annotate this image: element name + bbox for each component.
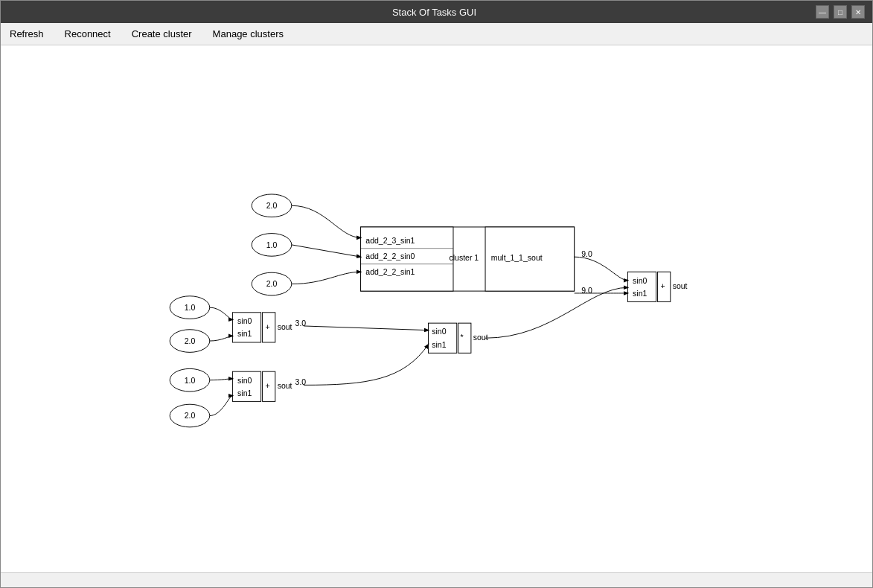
svg-text:sout: sout [278, 322, 292, 331]
svg-text:sin1: sin1 [432, 340, 446, 349]
svg-text:sin0: sin0 [237, 316, 252, 325]
menu-bar: Refresh Reconnect Create cluster Manage … [1, 23, 872, 45]
menu-create-cluster[interactable]: Create cluster [129, 27, 195, 41]
status-bar [1, 572, 872, 587]
output-9-0-top: 9.0 [581, 249, 592, 258]
diagram-svg: add_2_3_sin1 add_2_2_sin0 add_2_2_sin1 c… [1, 45, 872, 572]
svg-text:sin0: sin0 [237, 376, 252, 385]
svg-text:add_2_2_sin0: add_2_2_sin0 [365, 252, 415, 261]
svg-text:sout: sout [473, 333, 488, 342]
minimize-button[interactable]: — [816, 5, 829, 19]
menu-refresh[interactable]: Refresh [7, 27, 47, 41]
svg-text:sin1: sin1 [237, 389, 252, 397]
maximize-button[interactable]: □ [834, 5, 847, 19]
svg-text:cluster 1: cluster 1 [449, 253, 479, 262]
menu-manage-clusters[interactable]: Manage clusters [210, 27, 287, 41]
svg-text:sout: sout [673, 281, 688, 290]
svg-text:+: + [265, 322, 269, 331]
svg-text:1.0: 1.0 [185, 303, 196, 312]
svg-text:1.0: 1.0 [266, 240, 278, 249]
svg-text:add_2_3_sin1: add_2_3_sin1 [365, 236, 415, 245]
svg-text:mult_1_1_sout: mult_1_1_sout [491, 253, 543, 262]
menu-reconnect[interactable]: Reconnect [62, 27, 114, 41]
svg-text:sin1: sin1 [237, 329, 252, 338]
title-bar: Stack Of Tasks GUI — □ ✕ [1, 1, 872, 23]
svg-text:1.0: 1.0 [185, 376, 196, 385]
svg-text:*: * [461, 333, 464, 342]
main-window: Stack Of Tasks GUI — □ ✕ Refresh Reconne… [0, 0, 873, 588]
svg-text:2.0: 2.0 [266, 279, 278, 288]
window-title: Stack Of Tasks GUI [53, 7, 816, 18]
close-button[interactable]: ✕ [851, 5, 865, 19]
svg-text:sin0: sin0 [432, 327, 446, 336]
svg-text:sout: sout [278, 381, 292, 390]
svg-text:sin0: sin0 [633, 276, 647, 285]
svg-text:add_2_2_sin1: add_2_2_sin1 [365, 267, 415, 276]
svg-text:2.0: 2.0 [185, 336, 196, 345]
svg-text:2.0: 2.0 [266, 201, 278, 210]
svg-text:+: + [265, 381, 269, 390]
window-controls: — □ ✕ [816, 5, 865, 19]
svg-text:2.0: 2.0 [185, 411, 196, 420]
svg-text:+: + [660, 281, 665, 290]
diagram-canvas: add_2_3_sin1 add_2_2_sin0 add_2_2_sin1 c… [1, 45, 872, 572]
svg-text:sin1: sin1 [633, 289, 647, 298]
